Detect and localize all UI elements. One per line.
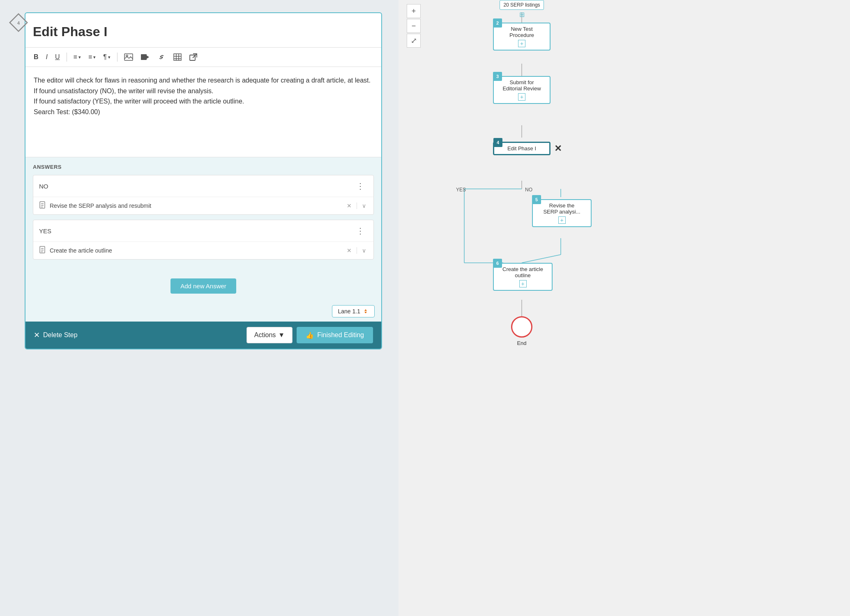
answer-yes-remove-btn[interactable]: ✕ <box>345 246 353 255</box>
right-panel: + − ⤢ 20 SER <box>399 0 850 616</box>
answer-group-no: NO ⋮ Revise the SERP analysis and resubm… <box>33 175 374 215</box>
edit-card: B I U ≡ ▾ ≡ ▾ ¶ ▾ <box>25 12 382 349</box>
finished-editing-icon: 👍 <box>306 331 314 339</box>
end-circle <box>511 316 532 338</box>
answer-item-doc-icon <box>39 201 46 210</box>
flowchart: 20 SERP listings ⊞ 2 New TestProcedure +… <box>423 0 834 616</box>
answer-no-item-actions: ✕ ∨ <box>345 202 368 210</box>
content-line-1: The editor will check for flaws in reaso… <box>34 75 373 86</box>
actions-arrow-icon: ▼ <box>278 331 285 339</box>
answer-yes-item-1: Create the article outline ✕ ∨ <box>33 242 373 259</box>
sep1 <box>67 53 67 62</box>
answer-yes-menu-btn[interactable]: ⋮ <box>353 225 368 237</box>
answer-yes-label: YES <box>39 228 51 234</box>
answer-yes-down-btn[interactable]: ∨ <box>360 246 368 255</box>
answer-yes-item-doc-icon <box>39 246 46 255</box>
bottom-right-actions: Actions ▼ 👍 Finished Editing <box>246 327 373 343</box>
answer-header-yes: YES ⋮ <box>33 220 373 242</box>
zoom-in-btn[interactable]: + <box>407 4 421 18</box>
svg-rect-4 <box>141 54 147 60</box>
no-connector-label: NO <box>525 187 532 193</box>
svg-line-31 <box>522 255 561 263</box>
finished-editing-btn[interactable]: 👍 Finished Editing <box>297 327 373 343</box>
external-link-btn[interactable] <box>187 52 200 62</box>
node-2-plus[interactable]: + <box>518 40 525 47</box>
node-6-plus[interactable]: + <box>519 280 527 287</box>
content-line-4: Search Test: ($340.00) <box>34 107 373 117</box>
lane-section: Lane 1.1 <box>25 301 381 322</box>
node-badge-5: 5 <box>532 195 541 204</box>
svg-line-13 <box>193 54 197 58</box>
link-btn[interactable] <box>154 52 168 62</box>
answers-label: ANSWERS <box>33 164 374 170</box>
add-answer-section: Add new Answer <box>25 271 381 301</box>
svg-text:4: 4 <box>17 21 20 25</box>
content-line-3: If found satisfactory (YES), the writer … <box>34 96 373 107</box>
answer-no-remove-btn[interactable]: ✕ <box>345 202 353 210</box>
zoom-controls: + − ⤢ <box>407 4 421 48</box>
node-badge-4: 4 <box>493 138 502 147</box>
paragraph-btn[interactable]: ¶ ▾ <box>101 52 113 62</box>
zoom-fit-btn[interactable]: ⤢ <box>407 34 421 48</box>
delete-step-label: Delete Step <box>43 331 78 339</box>
editor-content[interactable]: The editor will check for flaws in reaso… <box>25 67 381 157</box>
answers-section: ANSWERS NO ⋮ Revise the SERP analysis an… <box>25 157 381 271</box>
svg-rect-7 <box>174 54 181 60</box>
node-4-delete-icon[interactable]: ✕ <box>554 143 562 154</box>
flow-node-6[interactable]: 6 Create the articleoutline + <box>493 263 553 291</box>
end-label: End <box>511 340 532 346</box>
actions-label: Actions <box>254 331 276 339</box>
bold-btn[interactable]: B <box>31 52 41 62</box>
node-badge-3: 3 <box>493 72 502 81</box>
diamond-icon: 4 <box>8 12 29 33</box>
node-badge-2: 2 <box>493 18 502 28</box>
node-4-label: Edit Phase I <box>498 145 546 152</box>
title-area <box>25 13 381 48</box>
unordered-list-btn[interactable]: ≡ ▾ <box>86 52 98 62</box>
flow-node-5[interactable]: 5 Revise theSERP analysi... + <box>532 199 592 227</box>
image-btn[interactable] <box>122 52 136 62</box>
actions-btn[interactable]: Actions ▼ <box>246 327 293 343</box>
zoom-out-btn[interactable]: − <box>407 19 421 33</box>
answer-group-yes: YES ⋮ Create the article outline ✕ ∨ <box>33 220 374 260</box>
answer-no-item-1: Revise the SERP analysis and resubmit ✕ … <box>33 197 373 214</box>
flow-node-2[interactable]: 2 New TestProcedure + <box>493 23 551 51</box>
yes-connector-label: YES <box>456 187 466 193</box>
delete-x-icon: ✕ <box>34 331 40 340</box>
flow-node-3[interactable]: 3 Submit forEditorial Review + <box>493 76 551 104</box>
content-line-2: If found unsatisfactory (NO), the writer… <box>34 86 373 97</box>
node-3-label: Submit forEditorial Review <box>497 79 546 92</box>
delete-step-btn[interactable]: ✕ Delete Step <box>34 331 78 340</box>
underline-btn[interactable]: U <box>53 52 62 62</box>
answer-yes-item-text: Create the article outline <box>50 247 341 254</box>
answer-no-menu-btn[interactable]: ⋮ <box>353 180 368 192</box>
phase-title-input[interactable] <box>33 21 374 43</box>
answer-no-down-btn[interactable]: ∨ <box>360 202 368 210</box>
node-5-label: Revise theSERP analysi... <box>536 202 587 215</box>
lane-btn-text: Lane 1.1 <box>338 308 361 315</box>
node-5-plus[interactable]: + <box>558 216 566 224</box>
flow-node-4[interactable]: 4 Edit Phase I ✕ <box>493 142 551 155</box>
italic-btn[interactable]: I <box>44 52 50 62</box>
add-answer-btn[interactable]: Add new Answer <box>170 278 236 294</box>
table-btn[interactable] <box>171 52 184 62</box>
action-divider-2 <box>357 247 357 254</box>
answer-no-item-text: Revise the SERP analysis and resubmit <box>50 202 341 209</box>
action-divider <box>357 202 357 209</box>
sep2 <box>117 53 117 62</box>
flow-connections-svg <box>423 0 834 616</box>
video-btn[interactable] <box>138 52 152 62</box>
editor-toolbar: B I U ≡ ▾ ≡ ▾ ¶ ▾ <box>25 48 381 67</box>
left-panel: 4 B I U ≡ ▾ ≡ ▾ ¶ ▾ <box>0 0 399 616</box>
finished-editing-label: Finished Editing <box>317 331 364 339</box>
answer-yes-item-actions: ✕ ∨ <box>345 246 368 255</box>
node-3-plus[interactable]: + <box>518 93 525 101</box>
serp-listings-label: 20 SERP listings ⊞ <box>493 0 551 18</box>
bottom-bar: ✕ Delete Step Actions ▼ 👍 Finished Editi… <box>25 322 381 349</box>
svg-marker-5 <box>147 55 149 59</box>
ordered-list-btn[interactable]: ≡ ▾ <box>71 52 83 62</box>
answer-no-label: NO <box>39 183 48 190</box>
lane-btn[interactable]: Lane 1.1 <box>332 305 375 317</box>
node-6-label: Create the articleoutline <box>497 266 548 278</box>
serp-listings-plus-icon[interactable]: ⊞ <box>493 11 551 18</box>
